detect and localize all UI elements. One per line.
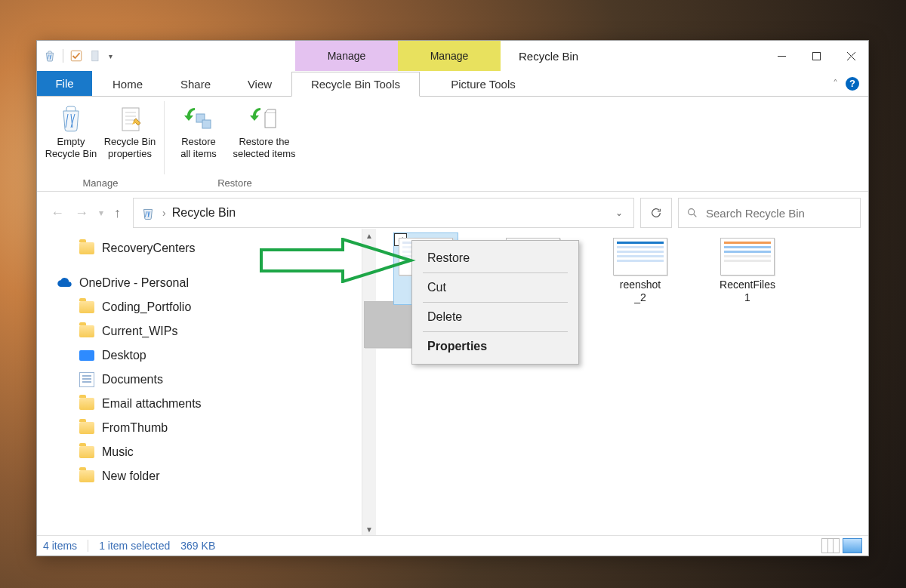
folder-icon xyxy=(79,325,94,337)
desktop-icon xyxy=(79,350,94,361)
thumbnails-view-button[interactable] xyxy=(843,538,862,553)
nav-item-child[interactable]: New folder xyxy=(57,464,362,488)
ribbon-group-manage-label: Manage xyxy=(83,176,119,191)
nav-item-child[interactable]: Desktop xyxy=(57,343,362,368)
folder-icon xyxy=(79,422,94,434)
forward-button[interactable]: → xyxy=(75,205,88,221)
qat-checkbox-icon[interactable] xyxy=(69,49,83,63)
details-view-button[interactable] xyxy=(821,538,840,553)
empty-recycle-bin-button[interactable]: Empty Recycle Bin xyxy=(42,100,100,176)
breadcrumb-location[interactable]: Recycle Bin xyxy=(172,206,236,220)
tab-share[interactable]: Share xyxy=(163,72,228,97)
path-dropdown-icon[interactable]: ⌄ xyxy=(611,208,627,218)
file-item[interactable]: RecentFiles 1 xyxy=(716,233,779,304)
path-box[interactable]: › Recycle Bin ⌄ xyxy=(133,198,634,228)
qat-dropdown-icon[interactable]: ▾ xyxy=(109,52,112,60)
scroll-up-icon[interactable]: ▲ xyxy=(362,229,376,242)
minimize-button[interactable] xyxy=(764,41,799,71)
item-name: reenshot _2 xyxy=(620,279,661,304)
quick-access-toolbar: ▾ xyxy=(37,41,112,71)
ribbon-group-restore-label: Restore xyxy=(217,176,252,191)
document-icon xyxy=(79,372,94,387)
nav-item-label: RecoveryCenters xyxy=(102,242,196,255)
context-menu-separator xyxy=(423,272,568,273)
view-buttons xyxy=(821,538,862,553)
context-tab-headers: Manage Manage xyxy=(295,41,501,71)
maximize-button[interactable] xyxy=(799,41,834,71)
status-separator xyxy=(88,540,88,552)
restore-selected-items-label: Restore the selected items xyxy=(233,136,295,161)
up-button[interactable]: ↑ xyxy=(114,205,121,221)
nav-item-child[interactable]: Coding_Portfolio xyxy=(57,295,362,319)
address-bar: ← → ▾ ↑ › Recycle Bin ⌄ xyxy=(45,198,861,228)
scroll-down-icon[interactable]: ▼ xyxy=(362,522,376,536)
close-button[interactable] xyxy=(834,41,868,71)
folder-icon xyxy=(79,398,94,410)
context-menu-delete[interactable]: Delete xyxy=(412,304,578,330)
nav-item-child[interactable]: Music xyxy=(57,440,362,464)
nav-item-label: Email attachments xyxy=(102,397,202,411)
file-item[interactable]: reenshot _2 xyxy=(609,233,672,304)
status-item-count: 4 items xyxy=(43,540,77,552)
context-menu-separator xyxy=(423,302,568,303)
tab-picture-tools[interactable]: Picture Tools xyxy=(420,72,547,97)
restore-selected-items-button[interactable]: Restore the selected items xyxy=(228,100,300,176)
context-menu-cut[interactable]: Cut xyxy=(412,275,578,300)
item-thumbnail xyxy=(720,238,775,276)
nav-item-recovery[interactable]: RecoveryCenters xyxy=(57,236,362,260)
back-button[interactable]: ← xyxy=(51,205,64,221)
tab-home[interactable]: Home xyxy=(92,72,163,97)
ribbon-group-restore: Restore all items Restore the selected i… xyxy=(165,97,305,191)
qat-item-icon[interactable] xyxy=(89,49,103,63)
title-bar: ▾ Manage Manage Recycle Bin xyxy=(37,41,868,71)
tab-recycle-bin-tools[interactable]: Recycle Bin Tools xyxy=(291,72,420,97)
folder-icon xyxy=(79,242,94,254)
context-menu-properties[interactable]: Properties xyxy=(412,334,578,359)
search-input[interactable] xyxy=(704,206,852,220)
ribbon-tabs: File Home Share View Recycle Bin Tools P… xyxy=(37,71,868,97)
nav-item-label: Music xyxy=(102,445,134,459)
ribbon-collapse-icon[interactable]: ˄ xyxy=(833,78,838,90)
svg-rect-1 xyxy=(92,51,98,61)
refresh-button[interactable] xyxy=(640,198,672,228)
nav-item-child[interactable]: FromThumb xyxy=(57,416,362,440)
navigation-pane: RecoveryCenters OneDrive - Personal Codi… xyxy=(37,229,362,536)
context-tab-picture-header[interactable]: Manage xyxy=(398,41,501,71)
svg-rect-5 xyxy=(202,120,211,128)
folder-icon xyxy=(79,470,94,482)
nav-item-child[interactable]: Documents xyxy=(57,368,362,392)
help-icon[interactable]: ? xyxy=(846,77,859,91)
nav-item-label: Desktop xyxy=(102,349,146,362)
nav-item-label: OneDrive - Personal xyxy=(79,276,189,290)
restore-all-items-button[interactable]: Restore all items xyxy=(169,100,228,176)
recycle-bin-icon xyxy=(43,49,57,63)
history-dropdown-icon[interactable]: ▾ xyxy=(99,208,103,218)
empty-recycle-bin-label: Empty Recycle Bin xyxy=(45,136,97,161)
nav-item-child[interactable]: Current_WIPs xyxy=(57,319,362,343)
item-thumbnail xyxy=(613,238,667,276)
context-menu-restore[interactable]: Restore xyxy=(412,245,578,271)
folder-icon xyxy=(79,301,94,313)
tab-view[interactable]: View xyxy=(228,72,291,97)
recycle-bin-properties-button[interactable]: Recycle Bin properties xyxy=(100,100,159,176)
status-selection: 1 item selected xyxy=(99,540,170,552)
search-box[interactable] xyxy=(678,198,861,228)
item-name: RecentFiles 1 xyxy=(720,279,775,304)
context-menu: Restore Cut Delete Properties xyxy=(411,240,579,365)
svg-rect-6 xyxy=(265,112,276,128)
nav-scrollbar[interactable]: ▲ ▼ xyxy=(362,229,376,536)
restore-all-items-label: Restore all items xyxy=(180,136,217,161)
nav-item-label: Current_WIPs xyxy=(102,325,177,338)
tab-file[interactable]: File xyxy=(37,71,92,96)
context-tab-recycle-header[interactable]: Manage xyxy=(295,41,398,71)
nav-item-child[interactable]: Email attachments xyxy=(57,392,362,416)
nav-item-label: Documents xyxy=(102,373,163,386)
nav-item-label: FromThumb xyxy=(102,421,168,435)
window-controls xyxy=(764,41,868,71)
folder-icon xyxy=(79,446,94,458)
svg-point-7 xyxy=(689,209,695,215)
nav-item-label: New folder xyxy=(102,469,159,483)
ribbon-group-manage: Empty Recycle Bin Recycle Bin properties… xyxy=(37,97,164,191)
nav-item-onedrive[interactable]: OneDrive - Personal xyxy=(57,271,362,295)
search-icon xyxy=(686,207,698,219)
